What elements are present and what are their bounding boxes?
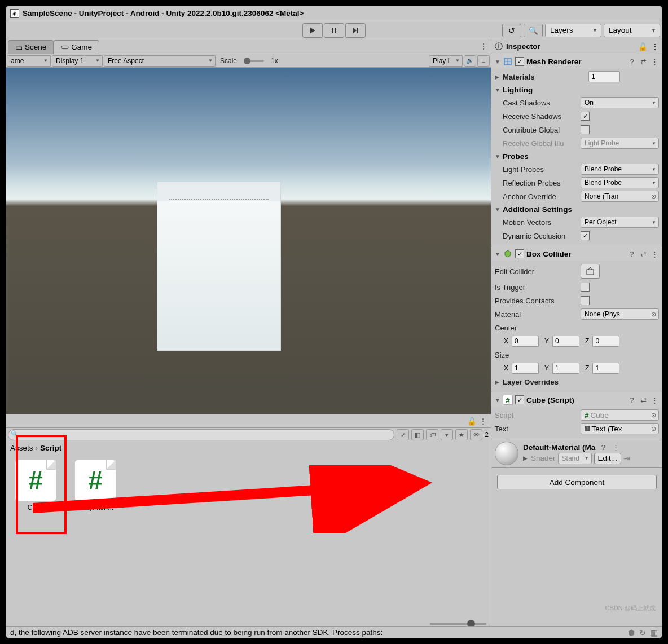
tab-game-label: Game [71,43,92,51]
mesh-renderer-header[interactable]: ▼ ✓ Mesh Renderer ? ⇄ ⋮ [491,54,662,69]
preset-icon[interactable]: ⇄ [639,396,648,404]
pause-button[interactable] [324,23,344,38]
play-dropdown[interactable]: Play i [429,55,463,67]
size-y[interactable] [552,363,579,374]
grid-size-slider[interactable] [430,623,486,625]
script-field-label: Script [495,411,578,420]
mesh-renderer-icon [503,56,513,67]
add-component-button[interactable]: Add Component [497,475,657,489]
filter-label-icon[interactable]: 🏷 [426,429,438,440]
layout-dropdown[interactable]: Layout [604,24,660,37]
project-panel: 🔓 ⋮ ⤢ ◧ 🏷 ▾ ★ 👁 2 Assets › Script [6,414,491,627]
breadcrumb: Assets › Script [6,442,491,454]
anchor-override-field[interactable]: None (Tran [581,191,659,202]
light-probes-dropdown[interactable]: Blend Probe [581,164,659,175]
aspect-dropdown[interactable]: Free Aspect [104,55,216,67]
cast-shadows-dropdown[interactable]: On [581,97,659,108]
x-label: X [504,337,508,345]
tab-scene[interactable]: ▭ Scene [8,40,54,54]
preset-icon[interactable]: ⇄ [639,58,648,66]
foldout-icon[interactable]: ▼ [495,153,500,160]
script-icon: # [15,460,56,501]
inspector-title: Inspector [506,42,540,51]
help-icon[interactable]: ? [627,58,636,66]
display-dropdown[interactable]: Display 1 [52,55,103,67]
search-button[interactable]: 🔍 [524,24,543,37]
foldout-icon[interactable]: ▶ [495,74,500,80]
mesh-renderer-enabled[interactable]: ✓ [515,57,524,66]
asset-cube[interactable]: # Cube [11,460,60,511]
dynamic-occlusion-checkbox[interactable]: ✓ [581,231,590,240]
play-button[interactable] [302,23,323,38]
box-collider-enabled[interactable]: ✓ [515,249,524,258]
cube-script-enabled[interactable]: ✓ [515,395,524,404]
favorite-icon[interactable]: ★ [455,429,468,440]
hidden-toggle[interactable]: 👁 [470,429,482,440]
preset-icon[interactable]: ⇄ [639,250,648,258]
scale-value: 1x [267,57,282,65]
breadcrumb-assets[interactable]: Assets [10,444,33,452]
provides-contacts-checkbox[interactable] [581,296,590,305]
panel-menu-icon[interactable]: ⋮ [478,417,487,426]
contribute-global-checkbox[interactable] [581,125,590,134]
size-z[interactable] [592,363,619,374]
foldout-icon[interactable]: ▼ [495,206,500,213]
watermark: CSDN @码上就成 [605,604,656,612]
materials-label: Materials [503,73,586,81]
menu-icon[interactable]: ⋮ [650,58,659,66]
tabs-menu-icon[interactable]: ⋮ [480,42,487,51]
foldout-icon: ▼ [495,59,500,65]
help-icon[interactable]: ? [599,443,608,452]
lock-icon[interactable]: 🔓 [638,42,648,51]
center-z[interactable] [592,336,619,347]
collider-material-field[interactable]: None (Phys [581,308,659,320]
size-x[interactable] [512,363,539,374]
search-expand-icon[interactable]: ⤢ [397,429,409,440]
menu-icon[interactable]: ⋮ [650,396,659,404]
box-collider-header[interactable]: ▼ ✓ Box Collider ? ⇄ ⋮ [491,246,662,261]
shader-dropdown[interactable]: Stand [558,453,592,464]
cube-script-header[interactable]: ▼ # ✓ Cube (Script) ? ⇄ ⋮ [491,392,662,407]
reflection-probes-dropdown[interactable]: Blend Probe [581,177,659,188]
history-button[interactable]: ↺ [502,24,521,37]
filter-type-icon[interactable]: ◧ [411,429,424,440]
auto-refresh-icon[interactable]: ↻ [639,628,646,637]
stats-toggle[interactable]: ≡ [477,55,490,67]
motion-vectors-dropdown[interactable]: Per Object [581,217,659,228]
foldout-icon[interactable]: ▼ [495,87,500,93]
audio-toggle[interactable]: 🔊 [464,55,476,67]
asset-unityinterf[interactable]: # UnityInterf... [71,460,120,511]
scene-icon: ▭ [15,43,23,52]
project-search[interactable] [8,429,394,440]
receive-shadows-checkbox[interactable]: ✓ [581,112,590,121]
help-icon[interactable]: ? [627,396,636,404]
edit-collider-button[interactable] [581,264,600,279]
game-toolbar: ame Display 1 Free Aspect Scale 1x Play … [6,54,491,68]
materials-count[interactable] [588,71,620,82]
breadcrumb-script[interactable]: Script [40,444,61,452]
help-icon[interactable]: ? [627,250,636,258]
shader-edit-button[interactable]: Edit... [594,453,622,464]
cache-icon[interactable]: ▦ [651,628,658,637]
menu-icon[interactable]: ⋮ [611,443,620,452]
center-x[interactable] [512,336,539,347]
default-material-section: Default-Material (Ma ? ⋮ ▶ Shader Stand … [491,439,662,468]
game-viewport[interactable] [6,68,491,414]
layers-dropdown[interactable]: Layers [545,24,601,37]
bug-icon[interactable]: ⬢ [628,628,635,637]
additional-label: Additional Settings [503,205,572,214]
text-field[interactable]: TText (Tex [581,423,659,434]
lock-icon[interactable]: 🔓 [467,417,476,426]
scale-slider[interactable] [244,60,264,62]
foldout-icon[interactable]: ▶ [495,379,500,385]
step-button[interactable] [345,23,366,38]
is-trigger-checkbox[interactable] [581,283,590,292]
center-y[interactable] [552,336,579,347]
game-mode-dropdown[interactable]: ame [7,55,51,67]
save-search-icon[interactable]: ▾ [441,429,453,440]
tab-game[interactable]: Game [54,40,99,54]
reflection-probes-label: Reflection Probes [495,179,578,187]
menu-icon[interactable]: ⋮ [650,250,659,258]
foldout-icon[interactable]: ▶ [523,455,529,461]
inspector-menu-icon[interactable]: ⋮ [651,42,659,51]
